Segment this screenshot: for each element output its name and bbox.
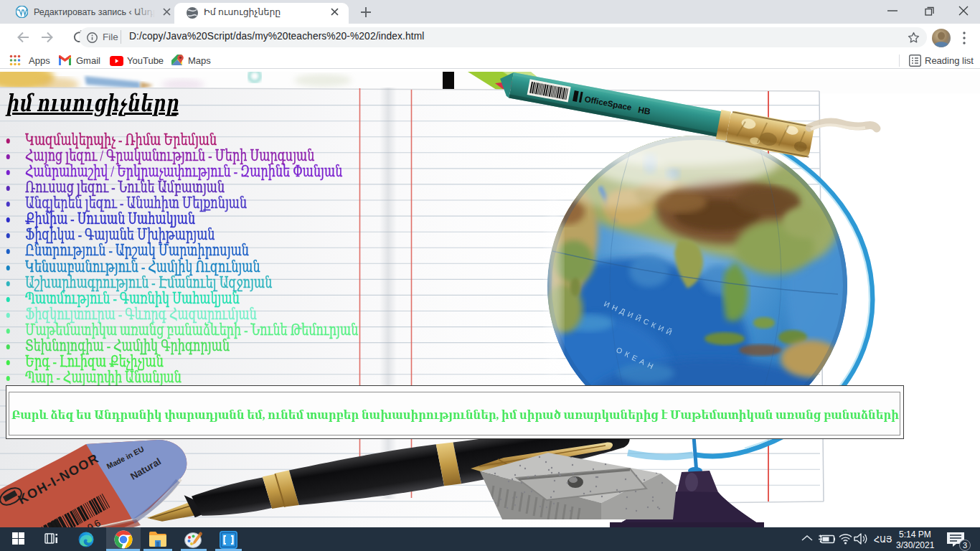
svg-text:3: 3	[963, 541, 967, 550]
